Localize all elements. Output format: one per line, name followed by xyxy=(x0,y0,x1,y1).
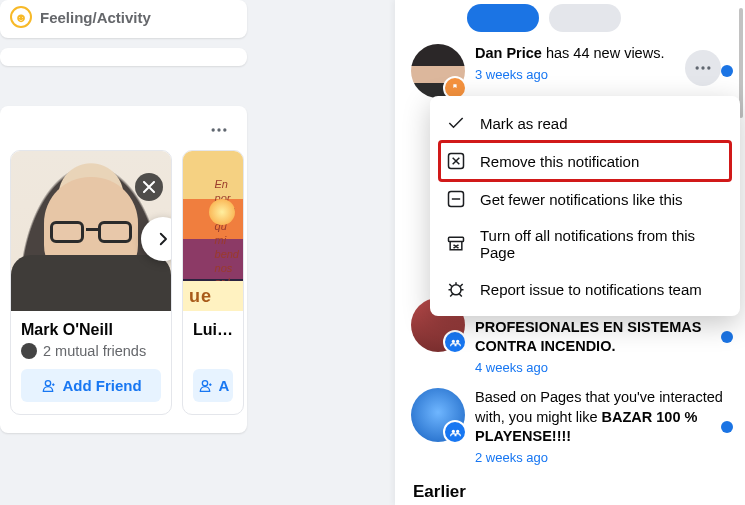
group-badge-icon xyxy=(443,330,467,354)
photo-caption: ue xyxy=(183,281,243,311)
people-you-may-know-card: Mark O'Neill 2 mutual friends Add Friend… xyxy=(0,106,247,433)
feeling-label: Feeling/Activity xyxy=(40,9,151,26)
close-icon xyxy=(143,181,155,193)
mutual-friends: 2 mutual friends xyxy=(21,343,161,359)
svg-point-0 xyxy=(212,128,215,131)
svg-rect-12 xyxy=(449,237,464,241)
person-name: Mark O'Neill xyxy=(21,321,161,339)
add-friend-label: A xyxy=(219,377,230,394)
filter-pill[interactable] xyxy=(549,4,621,32)
pymk-carousel: Mark O'Neill 2 mutual friends Add Friend… xyxy=(10,150,237,415)
mutual-avatar-icon xyxy=(21,343,37,359)
menu-turn-off-page[interactable]: Turn off all notifications from this Pag… xyxy=(430,218,740,270)
filter-pill-active[interactable] xyxy=(467,4,539,32)
svg-point-8 xyxy=(451,430,454,433)
pymk-options-button[interactable] xyxy=(201,116,237,144)
notification-time: 2 weeks ago xyxy=(475,449,731,467)
menu-remove-notification[interactable]: Remove this notification xyxy=(440,142,730,180)
notification-text: Dan Price has 44 new views. 3 weeks ago xyxy=(475,44,675,83)
filter-pill-row xyxy=(409,0,733,38)
notification-text: Based on Pages that you've interacted wi… xyxy=(475,388,731,466)
svg-point-6 xyxy=(451,339,454,342)
unread-indicator xyxy=(721,331,733,343)
notification-context-menu: Mark as read Remove this notification Ge… xyxy=(430,96,740,316)
composer-feeling-button[interactable]: ☻ Feeling/Activity xyxy=(10,6,247,28)
dismiss-person-button[interactable] xyxy=(135,173,163,201)
composer-card: ☻ Feeling/Activity xyxy=(0,0,247,38)
check-icon xyxy=(446,113,466,133)
svg-point-4 xyxy=(701,66,704,69)
archive-x-icon xyxy=(446,234,466,254)
left-column: ☻ Feeling/Activity xyxy=(0,0,255,433)
menu-report-issue[interactable]: Report issue to notifications team xyxy=(430,270,740,308)
add-friend-button[interactable]: A xyxy=(193,369,233,402)
svg-point-3 xyxy=(696,66,699,69)
svg-point-13 xyxy=(451,285,461,295)
menu-mark-as-read[interactable]: Mark as read xyxy=(430,104,740,142)
avatar xyxy=(411,388,465,442)
bug-icon xyxy=(446,279,466,299)
menu-label: Mark as read xyxy=(480,115,568,132)
avatar xyxy=(411,44,465,98)
menu-label: Report issue to notifications team xyxy=(480,281,702,298)
notification-item[interactable]: Based on Pages that you've interacted wi… xyxy=(409,382,733,472)
menu-fewer-notifications[interactable]: Get fewer notifications like this xyxy=(430,180,740,218)
svg-point-7 xyxy=(456,339,459,342)
section-header-earlier: Earlier xyxy=(409,472,733,505)
notification-time: 3 weeks ago xyxy=(475,66,675,84)
dots-icon xyxy=(209,120,229,140)
unread-indicator xyxy=(721,421,733,433)
feeling-icon: ☻ xyxy=(10,6,32,28)
photo-overlay-text: En por y a l qu mi bend nos or l xyxy=(215,177,239,289)
person-card[interactable]: Mark O'Neill 2 mutual friends Add Friend xyxy=(10,150,172,415)
menu-label: Turn off all notifications from this Pag… xyxy=(480,227,724,261)
svg-point-5 xyxy=(707,66,710,69)
minus-square-icon xyxy=(446,189,466,209)
add-friend-icon xyxy=(197,378,213,394)
chevron-right-icon xyxy=(154,230,172,248)
card-sliver xyxy=(0,48,247,66)
unread-indicator xyxy=(721,65,733,77)
add-friend-label: Add Friend xyxy=(62,377,141,394)
person-name: Luis Fe xyxy=(193,321,233,339)
notification-item[interactable]: Dan Price has 44 new views. 3 weeks ago xyxy=(409,38,733,104)
person-photo: En por y a l qu mi bend nos or l ue xyxy=(183,151,243,311)
svg-point-1 xyxy=(217,128,220,131)
group-badge-icon xyxy=(443,420,467,444)
menu-label: Get fewer notifications like this xyxy=(480,191,683,208)
svg-point-9 xyxy=(456,430,459,433)
person-card[interactable]: En por y a l qu mi bend nos or l ue Luis… xyxy=(182,150,244,415)
mutual-text: 2 mutual friends xyxy=(43,343,146,359)
add-friend-icon xyxy=(40,378,56,394)
dots-icon xyxy=(693,58,713,78)
add-friend-button[interactable]: Add Friend xyxy=(21,369,161,402)
person-photo xyxy=(11,151,171,311)
notification-options-button[interactable] xyxy=(685,50,721,86)
svg-point-2 xyxy=(223,128,226,131)
notification-time: 4 weeks ago xyxy=(475,359,731,377)
x-square-icon xyxy=(446,151,466,171)
menu-label: Remove this notification xyxy=(480,153,639,170)
